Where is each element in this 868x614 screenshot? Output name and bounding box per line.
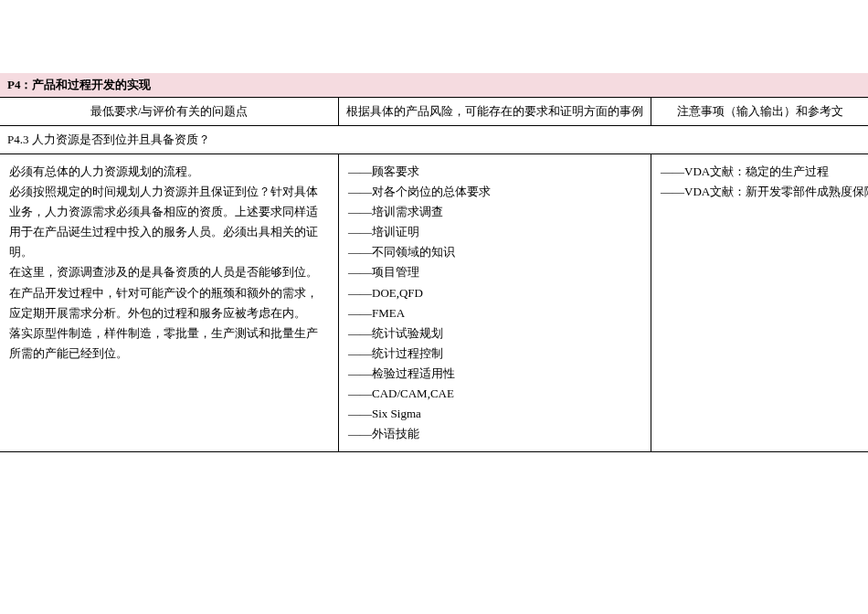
requirement-line: 必须按照规定的时间规划人力资源并且保证到位？针对具体业务，人力资源需求必须具备相…: [9, 182, 329, 262]
content-row: 必须有总体的人力资源规划的流程。必须按照规定的时间规划人力资源并且保证到位？针对…: [0, 154, 868, 452]
requirement-line: 在这里，资源调查涉及的是具备资质的人员是否能够到位。: [9, 262, 329, 282]
example-item: ——顾客要求: [348, 162, 641, 182]
example-item: ——DOE,QFD: [348, 283, 641, 303]
example-item: ——FMEA: [348, 303, 641, 323]
example-item: ——培训需求调查: [348, 202, 641, 222]
example-item: ——统计试验规划: [348, 323, 641, 344]
example-item: ——不同领域的知识: [348, 242, 641, 262]
example-item: ——培训证明: [348, 222, 641, 242]
example-item: ——CAD/CAM,CAE: [348, 384, 641, 404]
document-page: P4：产品和过程开发的实现 最低要求/与评价有关的问题点 根据具体的产品风险，可…: [0, 0, 868, 452]
header-col1: 最低要求/与评价有关的问题点: [0, 98, 339, 126]
question-text: P4.3 人力资源是否到位并且具备资质？: [0, 126, 868, 154]
section-title-bar: P4：产品和过程开发的实现: [0, 73, 868, 98]
example-item: ——对各个岗位的总体要求: [348, 182, 641, 202]
header-col2: 根据具体的产品风险，可能存在的要求和证明方面的事例: [339, 98, 651, 126]
header-col3: 注意事项（输入输出）和参考文: [651, 98, 869, 126]
examples-cell: ——顾客要求——对各个岗位的总体要求——培训需求调查——培训证明——不同领域的知…: [339, 154, 651, 452]
example-item: ——统计过程控制: [348, 344, 641, 364]
reference-item: ——VDA文献：新开发零部件成熟度保障: [661, 182, 859, 202]
requirement-line: 在产品开发过程中，针对可能产设个的瓶颈和额外的需求，应定期开展需求分析。外包的过…: [9, 283, 329, 323]
content-table: 最低要求/与评价有关的问题点 根据具体的产品风险，可能存在的要求和证明方面的事例…: [0, 98, 868, 452]
requirement-line: 落实原型件制造，样件制造，零批量，生产测试和批量生产所需的产能已经到位。: [9, 323, 329, 364]
requirement-line: 必须有总体的人力资源规划的流程。: [9, 162, 329, 182]
section-title: P4：产品和过程开发的实现: [7, 78, 151, 91]
references-cell: ——VDA文献：稳定的生产过程——VDA文献：新开发零部件成熟度保障: [651, 154, 869, 452]
question-row: P4.3 人力资源是否到位并且具备资质？: [0, 126, 868, 154]
example-item: ——检验过程适用性: [348, 364, 641, 384]
reference-item: ——VDA文献：稳定的生产过程: [661, 162, 859, 182]
header-row: 最低要求/与评价有关的问题点 根据具体的产品风险，可能存在的要求和证明方面的事例…: [0, 98, 868, 126]
example-item: ——外语技能: [348, 424, 641, 444]
requirements-cell: 必须有总体的人力资源规划的流程。必须按照规定的时间规划人力资源并且保证到位？针对…: [0, 154, 339, 452]
example-item: ——Six Sigma: [348, 404, 641, 424]
example-item: ——项目管理: [348, 262, 641, 282]
